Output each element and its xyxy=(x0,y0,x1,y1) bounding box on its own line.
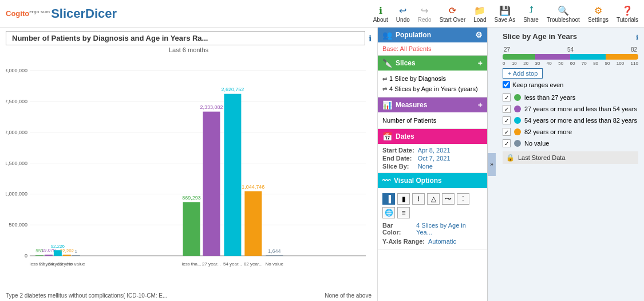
stop-label-54: 54 xyxy=(567,46,574,53)
svg-text:2,500,000: 2,500,000 xyxy=(6,99,27,104)
slice-config-info-icon[interactable]: ℹ xyxy=(636,34,638,41)
bar-g2-green xyxy=(183,202,200,256)
tick-50: 50 xyxy=(558,61,563,66)
range-green xyxy=(503,54,535,60)
dates-header: 📅 Dates xyxy=(378,129,487,144)
svg-text:500,000: 500,000 xyxy=(9,222,27,228)
logo-cogito: Cogitoergo sum xyxy=(6,9,50,18)
chart-footer-right: None of the above xyxy=(325,292,372,299)
globe-button[interactable]: 🌐 xyxy=(382,207,395,218)
slice-by-label: Slice By: xyxy=(382,163,414,170)
keep-ranges-label: Keep ranges even xyxy=(512,81,563,88)
keep-ranges-checkbox[interactable] xyxy=(503,81,510,88)
slices-body: ⇄ 1 Slice by Diagnosis ⇄ 4 Slices by Age… xyxy=(378,71,487,97)
svg-text:2,000,000: 2,000,000 xyxy=(6,130,27,135)
slice-config-title: Slice by Age in Years xyxy=(503,32,577,41)
tick-0: 0 xyxy=(503,61,505,66)
bar-g1-gray xyxy=(72,255,80,256)
stacked-bar-button[interactable]: ▮ xyxy=(397,193,410,205)
slices-header: 🔪 Slices + xyxy=(378,56,487,71)
legend-cb-green[interactable]: ✓ xyxy=(503,93,511,101)
bar-color-value[interactable]: 4 Slices by Age in Yea... xyxy=(416,222,483,236)
wave-chart-button[interactable]: 〜 xyxy=(442,193,455,205)
add-stop-button[interactable]: + Add stop xyxy=(503,68,543,79)
population-action-icon[interactable]: ⚙ xyxy=(475,30,483,40)
chart-area: Number of Patients by Diagnosis and Age … xyxy=(0,28,378,301)
range-orange xyxy=(606,54,638,60)
measure-item-0[interactable]: Number of Patients xyxy=(382,115,483,126)
measures-body: Number of Patients xyxy=(378,112,487,128)
visual-options-body: ▐ ▮ ⌇ △ 〜 ⁚ 🌐 ≡ Bar Color: 4 Slices by A… xyxy=(378,188,487,249)
table-button[interactable]: ≡ xyxy=(397,207,410,218)
dates-body: Start Date: Apr 8, 2021 End Date: Oct 7,… xyxy=(378,144,487,173)
y-axis-label: Y-Axis Range: xyxy=(382,238,425,245)
legend-cb-bluegray[interactable]: ✓ xyxy=(503,139,511,147)
line-chart-button[interactable]: ⌇ xyxy=(412,193,425,205)
svg-text:1: 1 xyxy=(75,249,78,254)
population-base-value[interactable]: All Patients xyxy=(400,45,432,52)
troubleshoot-button[interactable]: 🔍 Troubleshoot xyxy=(547,4,580,23)
slice-by-value[interactable]: None xyxy=(418,163,483,170)
tick-100: 100 xyxy=(617,61,624,66)
tick-40: 40 xyxy=(547,61,552,66)
legend-item-bluegray: ✓ No value xyxy=(503,138,638,149)
y-axis-value[interactable]: Automatic xyxy=(428,238,456,245)
undo-button[interactable]: ↩ Undo xyxy=(396,4,410,23)
measures-header: 📊 Measures + xyxy=(378,97,487,112)
slice-label-0: 1 Slice by Diagnosis xyxy=(389,75,446,82)
scatter-button[interactable]: ⁚ xyxy=(457,193,469,205)
slice-item-0[interactable]: ⇄ 1 Slice by Diagnosis xyxy=(382,73,483,84)
bar-chart-button[interactable]: ▐ xyxy=(382,193,395,205)
end-date-value[interactable]: Oct 7, 2021 xyxy=(418,155,483,162)
chart-info-icon[interactable]: ℹ xyxy=(369,34,372,43)
svg-text:2,620,752: 2,620,752 xyxy=(221,87,244,92)
legend-item-orange: ✓ 82 years or more xyxy=(503,126,638,138)
range-purple xyxy=(535,54,571,60)
redo-button[interactable]: ↪ Redo xyxy=(418,4,432,23)
chart-subtitle: Last 6 months xyxy=(6,46,372,53)
legend-cb-orange[interactable]: ✓ xyxy=(503,128,511,136)
population-icon: 👥 xyxy=(382,30,392,40)
population-title: Population xyxy=(396,31,472,39)
share-button[interactable]: ⤴ Share xyxy=(523,4,539,23)
legend-dot-orange xyxy=(514,128,521,135)
legend-label-green: less than 27 years xyxy=(524,94,575,101)
bar-g1-purple xyxy=(45,255,53,256)
legend-dot-purple xyxy=(514,105,521,112)
collapse-arrow[interactable]: » xyxy=(488,153,496,176)
chart-footer-left: Type 2 diabetes mellitus without complic… xyxy=(6,292,167,299)
slices-add-icon[interactable]: + xyxy=(478,58,483,68)
about-button[interactable]: ℹ About xyxy=(373,4,388,23)
start-date-value[interactable]: Apr 8, 2021 xyxy=(418,147,483,154)
svg-text:3,000,000: 3,000,000 xyxy=(6,68,27,73)
start-over-button[interactable]: ⟳ Start Over xyxy=(440,4,466,23)
slice-label-1: 4 Slices by Age in Years (years) xyxy=(389,85,478,92)
visual-options-header: 〰 Visual Options xyxy=(378,173,487,188)
bar-g2-gray xyxy=(266,255,283,256)
legend-label-bluegray: No value xyxy=(524,140,549,147)
load-button[interactable]: 📁 Load xyxy=(473,4,486,23)
slice-arrow-0: ⇄ xyxy=(382,76,387,82)
svg-text:22,202: 22,202 xyxy=(60,248,74,253)
svg-text:2,333,082: 2,333,082 xyxy=(200,104,223,110)
legend-cb-purple[interactable]: ✓ xyxy=(503,105,511,113)
svg-text:27 year...: 27 year... xyxy=(202,261,221,267)
bar-g1-orange xyxy=(63,255,71,256)
legend-cb-teal[interactable]: ✓ xyxy=(503,116,511,124)
settings-button[interactable]: ⚙ Settings xyxy=(588,4,609,23)
measures-add-icon[interactable]: + xyxy=(478,100,483,110)
end-date-label: End Date: xyxy=(382,155,414,162)
svg-text:0: 0 xyxy=(25,253,27,259)
tutorials-button[interactable]: ❓ Tutorials xyxy=(617,4,638,23)
save-as-button[interactable]: 💾 Save As xyxy=(494,4,515,23)
legend-item-purple: ✓ 27 years or more and less than 54 year… xyxy=(503,103,638,115)
tick-70: 70 xyxy=(582,61,587,66)
svg-text:54 year...: 54 year... xyxy=(223,261,242,267)
area-chart-button[interactable]: △ xyxy=(427,193,440,205)
slices-title: Slices xyxy=(396,59,475,67)
slice-item-1[interactable]: ⇄ 4 Slices by Age in Years (years) xyxy=(382,84,483,94)
range-teal xyxy=(570,54,606,60)
tick-10: 10 xyxy=(512,61,517,66)
slices-section: 🔪 Slices + ⇄ 1 Slice by Diagnosis ⇄ 4 Sl… xyxy=(378,56,487,97)
legend-item-green: ✓ less than 27 years xyxy=(503,92,638,103)
